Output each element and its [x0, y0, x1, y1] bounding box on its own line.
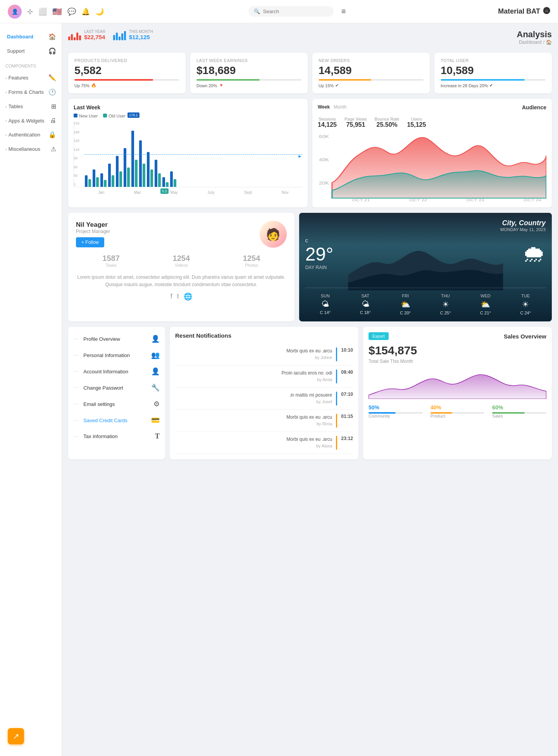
notif-item-1: Proin iaculis eros no .odi by Amla 08:40	[175, 366, 353, 388]
sidebar-item-miscellaneous[interactable]: ‹ Miscellaneous ⚠	[0, 142, 62, 156]
search-icon: 🔍	[254, 9, 260, 14]
dots-icon: ···	[74, 352, 79, 359]
sidebar-item-support[interactable]: Support 🎧	[0, 44, 62, 58]
topbar-icons: ⊹ ⬜ 🇺🇸 💬 🔔 🌙	[27, 7, 104, 16]
export-button[interactable]: Export	[369, 332, 389, 340]
sidebar-item-tables[interactable]: ‹ Tables ⊞	[0, 99, 62, 114]
facebook-icon[interactable]: f	[170, 292, 172, 301]
expand-icon[interactable]: ⬜	[38, 7, 47, 16]
fri-icon: ⛅	[400, 300, 411, 309]
aud-stat-sessions: Sessions 14,125	[318, 117, 337, 128]
chevron-icon: ‹	[5, 104, 7, 109]
personal-info-icon: 👥	[151, 351, 160, 359]
chat-icon[interactable]: 💬	[67, 7, 76, 16]
hamburger-icon[interactable]: ≡	[341, 7, 346, 16]
notif-bar	[336, 369, 337, 383]
svg-text:OCT 24: OCT 24	[524, 198, 541, 202]
chevron-icon: ‹	[5, 118, 7, 123]
week-month-tabs: Week Month	[318, 104, 347, 110]
bar-chart-x-labels: Jan Mar May July Sept Nov	[74, 190, 302, 195]
sales-overview-card: Export Sales Overview $154,875 Total Sal…	[363, 327, 552, 459]
sidebar: Dashboard 🏠 Support 🎧 Components ‹ Featu…	[0, 23, 62, 756]
sales-chart	[369, 368, 546, 399]
mini-stat-this-month: THIS MONTH $12,125	[113, 29, 153, 40]
wed-icon: ⛅	[480, 300, 491, 309]
weather-location: City, Country	[305, 219, 546, 227]
profile-weather-row: Nil Yeager Project Manager + Follow 🧑 15…	[68, 213, 552, 321]
weather-cloud-icon: 🌧	[522, 240, 546, 267]
profile-overview-icon: 👤	[151, 335, 160, 343]
analysis-title-block: Analysis Dashboard / 🏠	[517, 29, 552, 45]
weather-forecast: SUN 🌤 C 14° SAT 🌤 C 18° FRI	[305, 288, 546, 315]
menu-item-change-password[interactable]: ··· Change Passwort 🔧	[68, 380, 165, 396]
credit-card-icon: 💳	[151, 416, 160, 425]
profile-avatar: 🧑	[260, 221, 287, 248]
menu-item-account-info[interactable]: ··· Account Information 👤	[68, 363, 165, 380]
twitter-icon[interactable]: t	[177, 292, 179, 301]
adjust-icon[interactable]: ⊹	[27, 7, 33, 16]
headphone-icon: 🎧	[48, 47, 56, 55]
menu-item-tax-info[interactable]: ··· Tax information T	[68, 428, 165, 444]
search-input[interactable]	[263, 9, 321, 14]
aud-stat-users: Users 15,125	[407, 117, 426, 128]
bell-icon[interactable]: 🔔	[81, 7, 90, 16]
tab-month[interactable]: Month	[334, 104, 346, 110]
svg-text:40K: 40K	[319, 158, 329, 162]
sidebar-item-apps-widgets[interactable]: ‹ Apps & Widgets 🖨	[0, 114, 62, 128]
weather-desc: DAY RAIN	[305, 265, 517, 270]
notif-item-4: Morbi quis ex eu .arcu by Alaxa 23:12	[175, 432, 353, 454]
audience-chart-card: Week Month Audience Sessions 14,125 Page…	[312, 99, 552, 207]
sidebar-item-features[interactable]: ‹ Features ✏️	[0, 71, 62, 85]
sales-bar-sales: 60% Sales	[492, 404, 546, 420]
email-settings-icon: ⚙	[153, 400, 160, 408]
svg-text:OCT 21: OCT 21	[352, 198, 370, 202]
notif-item-2: .in mattis mi posuere by Josef 07:10	[175, 388, 353, 410]
sidebar-item-authentication[interactable]: ‹ Authentication 🔒	[0, 128, 62, 142]
main-content: LAST YEAR $22,754 THIS	[62, 23, 558, 756]
notif-bar	[336, 414, 337, 428]
mini-stats: LAST YEAR $22,754 THIS	[68, 29, 153, 40]
notif-item-3: Morbi quis ex eu .arcu by Rima 01:15	[175, 410, 353, 432]
profile-role: Project Manager	[76, 229, 254, 234]
chevron-icon: ‹	[5, 76, 7, 80]
menu-item-profile-overview[interactable]: ··· Profile Overview 👤	[68, 331, 165, 347]
brand-icon: 🅐	[543, 7, 550, 16]
audience-title: Audience	[522, 104, 546, 110]
notif-bar	[336, 436, 337, 450]
svg-text:OCT 22: OCT 22	[409, 198, 427, 202]
sidebar-item-forms-charts[interactable]: ‹ Forms & Charts 🕐	[0, 85, 62, 99]
profile-stat-videos: 1254 Videos	[146, 254, 216, 268]
web-icon[interactable]: 🌐	[184, 292, 192, 301]
chevron-icon: ‹	[5, 147, 7, 152]
menu-item-personal-info[interactable]: ··· Personal Information 👥	[68, 347, 165, 363]
stat-card-products: PRODUCTS DELIVERED 5,582 Up 75% 🔥	[68, 53, 186, 93]
thu-icon: ☀	[440, 300, 451, 309]
profile-card: Nil Yeager Project Manager + Follow 🧑 15…	[68, 213, 294, 321]
svg-text:20K: 20K	[319, 181, 329, 185]
weather-content: City, Country MONDAY May 11, 2023 c 29° …	[299, 213, 552, 321]
dots-icon: ···	[74, 400, 79, 407]
flag-icon[interactable]: 🇺🇸	[52, 7, 62, 16]
home-breadcrumb-icon: 🏠	[546, 40, 552, 45]
menu-item-email-settings[interactable]: ··· Email settings ⚙	[68, 396, 165, 412]
tab-week[interactable]: Week	[318, 104, 330, 110]
sidebar-section-components: Components	[0, 61, 62, 71]
stat-card-earnings: LAST WEEK EARNINGS $18,689 Down 20% 🔻	[190, 53, 308, 93]
follow-button[interactable]: + Follow	[76, 237, 104, 247]
profile-social: f t 🌐	[76, 292, 287, 301]
avatar[interactable]: 👤	[8, 5, 22, 19]
menu-item-saved-credit-cards[interactable]: ··· Saved Credit Cards 💳	[68, 412, 165, 428]
search-bar[interactable]: 🔍	[248, 6, 334, 17]
brand: Material BAT 🅐	[498, 7, 550, 16]
moon-icon[interactable]: 🌙	[95, 7, 104, 16]
sidebar-item-dashboard[interactable]: Dashboard 🏠	[0, 29, 62, 44]
analysis-header-row: LAST YEAR $22,754 THIS	[68, 29, 552, 49]
lock-icon: 🔒	[48, 131, 56, 138]
bar-chart-card: Last Week New User Old User 210 180 150 …	[68, 99, 308, 207]
aud-stat-pageviews: Page Views 75,951	[344, 117, 367, 128]
profile-name: Nil Yeager	[76, 221, 254, 229]
notif-bar	[336, 347, 337, 361]
fab-button[interactable]: ↗	[8, 728, 24, 744]
print-icon: 🖨	[50, 117, 56, 124]
forecast-thu: THU ☀ C 25°	[440, 293, 451, 315]
